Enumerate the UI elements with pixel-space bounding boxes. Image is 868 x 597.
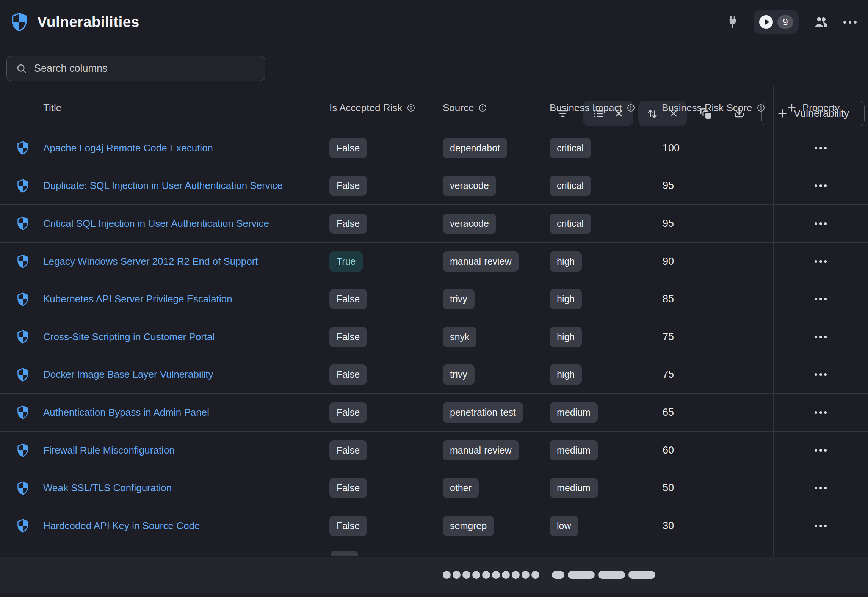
row-menu-button[interactable] (811, 143, 830, 153)
table-row: Legacy Windows Server 2012 R2 End of Sup… (0, 243, 868, 281)
partial-badge (331, 551, 358, 556)
vulnerability-title-link[interactable]: Duplicate: SQL Injection in User Authent… (43, 180, 283, 191)
row-source-cell: penetration-test (436, 402, 543, 423)
row-menu-button[interactable] (811, 181, 830, 191)
row-menu-button[interactable] (811, 294, 830, 304)
business-risk-score-value: 60 (655, 445, 773, 456)
business-risk-score-value: 95 (655, 218, 773, 229)
vulnerabilities-page: Vulnerabilities 9 (0, 0, 868, 597)
table-row: Authentication Bypass in Admin Panel Fal… (0, 394, 868, 432)
skeleton-pill (628, 571, 655, 579)
business-risk-score-value: 65 (655, 407, 773, 418)
vulnerability-title-link[interactable]: Docker Image Base Layer Vulnerability (43, 369, 213, 380)
vulnerability-title-link[interactable]: Authentication Bypass in Admin Panel (43, 407, 209, 418)
row-menu-button[interactable] (811, 483, 830, 493)
row-accepted-cell: False (323, 176, 436, 196)
skeleton-dot (522, 571, 530, 579)
integrations-plug-button[interactable] (726, 15, 740, 29)
vulnerability-title-link[interactable]: Cross-Site Scripting in Customer Portal (43, 331, 215, 342)
add-property-button[interactable]: Property (773, 102, 868, 114)
skeleton-dot (453, 571, 461, 579)
row-source-cell: trivy (436, 289, 543, 309)
column-header-business-risk-score[interactable]: Business Risk Score (655, 102, 773, 114)
vulnerability-shield-icon (17, 292, 28, 306)
row-impact-cell: high (543, 364, 655, 385)
business-risk-score-value: 50 (655, 482, 773, 494)
business-risk-score-value: 85 (655, 293, 773, 305)
plus-icon (787, 103, 797, 113)
skeleton-dots (443, 571, 539, 579)
vulnerability-title-link[interactable]: Hardcoded API Key in Source Code (43, 520, 200, 531)
row-impact-cell: high (543, 251, 655, 272)
accepted-risk-badge: False (329, 440, 367, 460)
business-impact-badge: high (550, 289, 582, 309)
vulnerability-title-link[interactable]: Kubernetes API Server Privilege Escalati… (43, 293, 232, 305)
accepted-risk-badge: True (329, 251, 363, 272)
info-icon[interactable] (407, 104, 415, 112)
business-impact-badge: critical (550, 176, 591, 196)
row-menu-button[interactable] (811, 521, 830, 531)
business-impact-badge: critical (550, 214, 591, 234)
row-actions-cell (773, 143, 868, 153)
row-accepted-cell: False (323, 327, 436, 347)
table-row: Docker Image Base Layer Vulnerability Fa… (0, 356, 868, 394)
row-accepted-cell: False (323, 289, 436, 309)
business-impact-badge: critical (550, 138, 591, 158)
business-risk-score-value: 90 (655, 256, 773, 267)
column-header-business-impact[interactable]: Business Impact (543, 102, 655, 114)
row-menu-button[interactable] (811, 256, 830, 267)
row-icon-cell (0, 255, 35, 268)
row-menu-button[interactable] (811, 445, 830, 456)
row-accepted-cell: False (323, 516, 436, 536)
business-impact-badge: low (550, 516, 578, 536)
vulnerability-title-link[interactable]: Apache Log4j Remote Code Execution (43, 142, 213, 154)
vulnerability-title-link[interactable]: Legacy Windows Server 2012 R2 End of Sup… (43, 256, 258, 267)
row-menu-button[interactable] (811, 218, 830, 229)
skeleton-dot (502, 571, 510, 579)
more-options-button[interactable] (843, 21, 857, 24)
search-icon (16, 63, 27, 74)
ellipsis-icon (815, 373, 817, 376)
table-row: Duplicate: SQL Injection in User Authent… (0, 167, 868, 205)
info-icon[interactable] (479, 104, 487, 112)
vulnerability-title-link[interactable]: Weak SSL/TLS Configuration (43, 482, 172, 493)
row-icon-cell (0, 443, 35, 457)
row-impact-cell: critical (543, 138, 655, 158)
search-input[interactable] (34, 63, 256, 74)
row-menu-button[interactable] (811, 407, 830, 418)
info-icon[interactable] (757, 104, 765, 112)
row-impact-cell: medium (543, 440, 655, 460)
ellipsis-icon (815, 222, 817, 225)
column-header-title[interactable]: Title (35, 102, 323, 114)
row-title-cell: Apache Log4j Remote Code Execution (35, 142, 323, 154)
row-source-cell: dependabot (436, 138, 543, 158)
business-impact-badge: medium (550, 440, 598, 460)
skeleton-dot (531, 571, 539, 579)
row-icon-cell (0, 481, 35, 495)
row-impact-cell: medium (543, 402, 655, 423)
business-risk-score-value: 95 (655, 180, 773, 192)
vulnerability-shield-icon (17, 368, 28, 382)
row-source-cell: other (436, 478, 543, 498)
column-header-accepted-risk[interactable]: Is Accepted Risk (323, 102, 436, 114)
vulnerability-shield-icon (17, 330, 28, 344)
accepted-risk-badge: False (329, 478, 367, 498)
skeleton-dot (443, 571, 451, 579)
vulnerability-title-link[interactable]: Firewall Rule Misconfiguration (43, 445, 175, 456)
row-impact-cell: high (543, 289, 655, 309)
row-menu-button[interactable] (811, 332, 830, 342)
vulnerability-shield-icon (17, 481, 28, 495)
business-risk-score-value: 100 (655, 142, 773, 154)
row-accepted-cell: False (323, 440, 436, 460)
share-users-button[interactable] (813, 14, 829, 30)
source-badge: veracode (443, 176, 496, 196)
column-header-source[interactable]: Source (436, 102, 543, 114)
row-actions-cell (773, 332, 868, 342)
vulnerability-shield-icon (17, 141, 28, 155)
vulnerability-title-link[interactable]: Critical SQL Injection in User Authentic… (43, 218, 269, 229)
info-icon[interactable] (627, 104, 635, 112)
ellipsis-icon (815, 184, 817, 187)
row-menu-button[interactable] (811, 369, 830, 380)
run-automation-button[interactable]: 9 (754, 10, 799, 34)
row-icon-cell (0, 141, 35, 155)
